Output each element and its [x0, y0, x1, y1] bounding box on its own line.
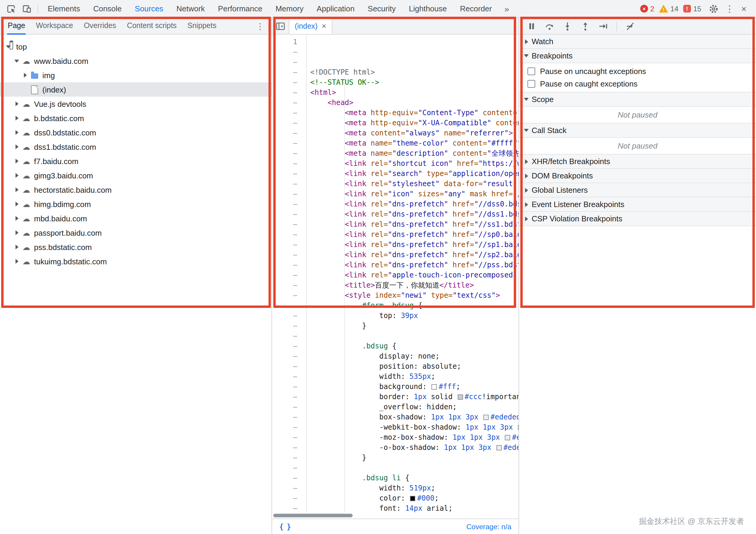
section-header-watch[interactable]: Watch	[519, 35, 756, 49]
gutter-line[interactable]: –	[272, 351, 297, 361]
gutter-line[interactable]: –	[272, 311, 297, 321]
code-line[interactable]: _overflow: hidden;	[310, 402, 519, 412]
code-line[interactable]: color: #000;	[310, 494, 519, 504]
more-tabs-chevron[interactable]: »	[499, 4, 515, 13]
gutter-line[interactable]: –	[272, 422, 297, 433]
console-warnings-count[interactable]: 14	[670, 5, 678, 13]
gutter-line[interactable]: –	[272, 118, 297, 128]
gutter-line[interactable]: –	[272, 209, 297, 220]
gutter-line[interactable]: –	[272, 331, 297, 341]
code-line[interactable]: -o-box-shadow: 1px 1px 3px #ededed;	[310, 443, 519, 453]
gutter-line[interactable]: –	[272, 57, 297, 67]
gutter-line[interactable]: 1	[272, 37, 297, 47]
code-line[interactable]: <link rel="shortcut icon" href="https://…	[310, 159, 519, 169]
code-line[interactable]: <!DOCTYPE html>	[310, 67, 519, 78]
tree-item-img[interactable]: img	[0, 68, 272, 82]
gutter-line[interactable]: –	[272, 372, 297, 382]
gutter-line[interactable]: –	[272, 159, 297, 169]
code-line[interactable]: .bdsug {	[310, 341, 519, 351]
code-line[interactable]: <meta name="description" content="全球领先的中…	[310, 148, 519, 159]
code-line[interactable]: <link rel="icon" sizes="any" mask href="…	[310, 189, 519, 199]
code-line[interactable]: <link rel="dns-prefetch" href="//sp0.bai…	[310, 230, 519, 240]
code-line[interactable]: <style index="newi" type="text/css">	[310, 291, 519, 301]
gutter-line[interactable]: –	[272, 504, 297, 513]
code-line[interactable]: width: 519px;	[310, 483, 519, 494]
gutter-line[interactable]: –	[272, 128, 297, 138]
section-header-csp-violation-breakpoints[interactable]: CSP Violation Breakpoints	[519, 212, 756, 226]
expand-arrow-icon[interactable]	[13, 243, 20, 251]
gutter-line[interactable]: –	[272, 88, 297, 98]
gutter-line[interactable]: –	[272, 189, 297, 199]
inspect-element-icon[interactable]	[4, 2, 19, 16]
code-line[interactable]	[310, 331, 519, 341]
expand-arrow-icon[interactable]	[13, 200, 20, 208]
code-line[interactable]: box-shadow: 1px 1px 3px #ededed;	[310, 412, 519, 422]
code-line[interactable]: <meta http-equiv="Content-Type" content=…	[310, 108, 519, 118]
code-line[interactable]: <link rel="dns-prefetch" href="//dss0.bd…	[310, 199, 519, 209]
gutter-line[interactable]: –	[272, 260, 297, 270]
section-header-dom-breakpoints[interactable]: DOM Breakpoints	[519, 169, 756, 183]
tree-item-b-bdstatic-com[interactable]: ☁b.bdstatic.com	[0, 111, 272, 125]
tree-item-top[interactable]: top	[0, 40, 272, 54]
expand-arrow-icon[interactable]	[13, 115, 20, 122]
navigator-tab-overrides[interactable]: Overrides	[78, 17, 122, 34]
tab-elements[interactable]: Elements	[41, 0, 87, 17]
navigator-more-kebab-icon[interactable]: ⋮	[251, 21, 269, 31]
gutter-line[interactable]: –	[272, 402, 297, 412]
tree-item-pss-bdstatic-com[interactable]: ☁pss.bdstatic.com	[0, 240, 272, 254]
gutter-line[interactable]: –	[272, 361, 297, 372]
pause-script-icon[interactable]	[524, 19, 539, 33]
console-errors-count[interactable]: 2	[650, 5, 654, 13]
gutter-line[interactable]: –	[272, 443, 297, 453]
code-line[interactable]: <!--STATUS OK-->	[310, 78, 519, 88]
expand-arrow-icon[interactable]	[13, 215, 20, 222]
step-out-icon[interactable]	[578, 19, 593, 33]
expand-arrow-icon[interactable]	[13, 172, 20, 179]
tree-item-index[interactable]: (index)	[0, 82, 272, 97]
gutter-line[interactable]: –	[272, 382, 297, 392]
step-over-icon[interactable]	[542, 19, 557, 33]
settings-gear-icon[interactable]	[706, 2, 721, 16]
section-header-event-listener-breakpoints[interactable]: Event Listener Breakpoints	[519, 198, 756, 212]
gutter-line[interactable]: –	[272, 341, 297, 351]
gutter-line[interactable]: –	[272, 412, 297, 422]
gutter-line[interactable]: –	[272, 483, 297, 494]
tree-item-f7-baidu-com[interactable]: ☁f7.baidu.com	[0, 154, 272, 168]
navigator-tab-content-scripts[interactable]: Content scripts	[122, 17, 182, 34]
tab-close-icon[interactable]: ×	[322, 21, 326, 30]
code-line[interactable]: }	[310, 453, 519, 463]
gutter-line[interactable]: –	[272, 108, 297, 118]
gutter-line[interactable]: –	[272, 67, 297, 78]
code-line[interactable]: background: #fff;	[310, 382, 519, 392]
gutter-line[interactable]: –	[272, 453, 297, 463]
code-line[interactable]: <link rel="dns-prefetch" href="//dss1.bd…	[310, 209, 519, 220]
code-line[interactable]: <link rel="stylesheet" data-for="result"…	[310, 179, 519, 189]
expand-arrow-icon[interactable]	[13, 143, 20, 150]
tree-item-passport-baidu-com[interactable]: ☁passport.baidu.com	[0, 226, 272, 240]
tree-item-vue-js-devtools[interactable]: ☁Vue.js devtools	[0, 97, 272, 111]
tab-recorder[interactable]: Recorder	[453, 0, 499, 17]
code-line[interactable]: <link rel="apple-touch-icon-precomposed"…	[310, 270, 519, 280]
gutter-line[interactable]: –	[272, 270, 297, 280]
expand-arrow-icon[interactable]	[13, 186, 20, 193]
tree-item-mbd-baidu-com[interactable]: ☁mbd.baidu.com	[0, 211, 272, 226]
expand-arrow-icon[interactable]	[13, 100, 20, 107]
tree-item-hectorstatic-baidu-com[interactable]: ☁hectorstatic.baidu.com	[0, 183, 272, 197]
deactivate-breakpoints-icon[interactable]	[622, 19, 638, 33]
code-line[interactable]: <meta name="theme-color" content="#fffff…	[310, 138, 519, 148]
expand-arrow-icon[interactable]	[13, 57, 20, 65]
horizontal-scrollbar-thumb[interactable]	[273, 514, 353, 517]
code-line[interactable]: <link rel="search" type="application/ope…	[310, 169, 519, 179]
gutter-line[interactable]: –	[272, 169, 297, 179]
code-line[interactable]: -webkit-box-shadow: 1px 1px 3px #ededed;	[310, 422, 519, 433]
code-line[interactable]: top: 39px	[310, 311, 519, 321]
gutter-line[interactable]: –	[272, 78, 297, 88]
gutter-line[interactable]: –	[272, 291, 297, 301]
navigator-toggle-icon[interactable]	[272, 18, 289, 34]
pretty-print-button[interactable]: { }	[279, 522, 290, 531]
code-line[interactable]: display: none;	[310, 351, 519, 361]
expand-arrow-icon[interactable]	[21, 71, 29, 79]
tree-item-dss0-bdstatic-com[interactable]: ☁dss0.bdstatic.com	[0, 125, 272, 140]
code-line[interactable]: -moz-box-shadow: 1px 1px 3px #ededed;	[310, 433, 519, 443]
code-line[interactable]: <link rel="dns-prefetch" href="//ss1.bds…	[310, 220, 519, 230]
